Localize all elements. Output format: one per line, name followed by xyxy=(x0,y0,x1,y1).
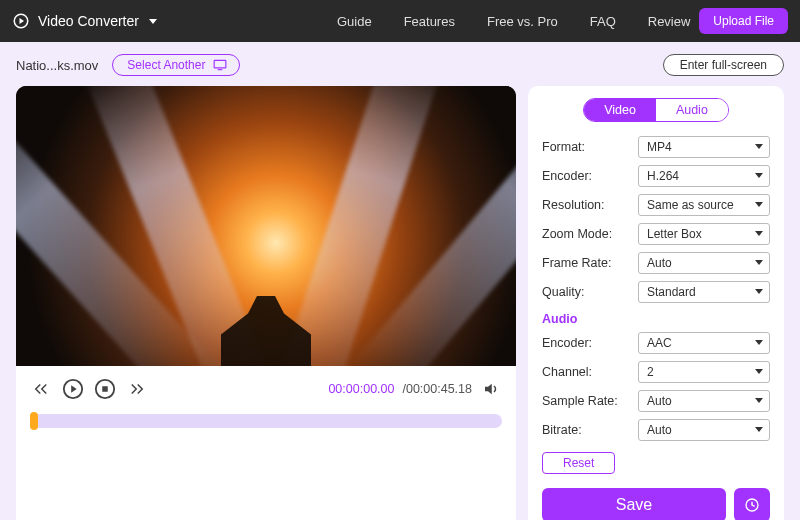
caret-down-icon xyxy=(755,231,763,236)
seek-bar[interactable] xyxy=(16,408,516,428)
volume-button[interactable] xyxy=(480,378,502,400)
top-nav: Guide Features Free vs. Pro FAQ Review xyxy=(337,14,690,29)
play-icon xyxy=(62,378,84,400)
svg-marker-1 xyxy=(20,18,25,24)
monitor-icon xyxy=(213,59,227,71)
select-resolution[interactable]: Same as source xyxy=(638,194,770,216)
seek-thumb[interactable] xyxy=(30,412,38,430)
select-sample-rate[interactable]: Auto xyxy=(638,390,770,412)
select-bitrate[interactable]: Auto xyxy=(638,419,770,441)
caret-down-icon xyxy=(755,260,763,265)
stop-button[interactable] xyxy=(94,378,116,400)
caret-down-icon xyxy=(755,427,763,432)
enter-fullscreen-button[interactable]: Enter full-screen xyxy=(663,54,784,76)
nav-review[interactable]: Review xyxy=(648,14,691,29)
caret-down-icon xyxy=(755,398,763,403)
brand-title: Video Converter xyxy=(38,13,139,29)
caret-down-icon xyxy=(755,202,763,207)
upload-file-button[interactable]: Upload File xyxy=(699,8,788,34)
audio-section-heading: Audio xyxy=(542,312,770,326)
nav-features[interactable]: Features xyxy=(404,14,455,29)
svg-marker-8 xyxy=(485,384,492,395)
caret-down-icon xyxy=(755,340,763,345)
svg-marker-5 xyxy=(71,385,77,392)
caret-down-icon xyxy=(149,19,157,24)
caret-down-icon xyxy=(755,289,763,294)
stop-icon xyxy=(94,378,116,400)
seek-track xyxy=(30,414,502,428)
save-button[interactable]: Save xyxy=(542,488,726,520)
main-area: 00:00:00.00/00:00:45.18 Video Audio Form… xyxy=(0,86,800,520)
caret-down-icon xyxy=(755,173,763,178)
select-frame-rate[interactable]: Auto xyxy=(638,252,770,274)
time-current: 00:00:00.00 xyxy=(328,382,394,396)
select-audio-encoder[interactable]: AAC xyxy=(638,332,770,354)
player-panel: 00:00:00.00/00:00:45.18 xyxy=(16,86,516,520)
caret-down-icon xyxy=(755,369,763,374)
label-zoom-mode: Zoom Mode: xyxy=(542,227,638,241)
label-channel: Channel: xyxy=(542,365,638,379)
volume-icon xyxy=(482,380,500,398)
label-video-encoder: Encoder: xyxy=(542,169,638,183)
label-bitrate: Bitrate: xyxy=(542,423,638,437)
play-button[interactable] xyxy=(62,378,84,400)
label-frame-rate: Frame Rate: xyxy=(542,256,638,270)
label-quality: Quality: xyxy=(542,285,638,299)
brand-logo-icon xyxy=(12,12,30,30)
step-forward-button[interactable] xyxy=(126,378,148,400)
step-forward-icon xyxy=(128,380,146,398)
reset-button[interactable]: Reset xyxy=(542,452,615,474)
caret-down-icon xyxy=(755,144,763,149)
label-audio-encoder: Encoder: xyxy=(542,336,638,350)
video-preview[interactable] xyxy=(16,86,516,366)
select-another-label: Select Another xyxy=(127,58,205,72)
tab-audio[interactable]: Audio xyxy=(656,99,728,121)
svg-rect-2 xyxy=(215,60,227,68)
step-back-icon xyxy=(32,380,50,398)
tab-video[interactable]: Video xyxy=(584,99,656,121)
brand[interactable]: Video Converter xyxy=(12,12,157,30)
nav-faq[interactable]: FAQ xyxy=(590,14,616,29)
label-sample-rate: Sample Rate: xyxy=(542,394,638,408)
subheader: Natio...ks.mov Select Another Enter full… xyxy=(0,42,800,86)
time-display: 00:00:00.00/00:00:45.18 xyxy=(328,378,502,400)
nav-guide[interactable]: Guide xyxy=(337,14,372,29)
app-header: Video Converter Guide Features Free vs. … xyxy=(0,0,800,42)
nav-freepro[interactable]: Free vs. Pro xyxy=(487,14,558,29)
settings-panel: Video Audio Format:MP4 Encoder:H.264 Res… xyxy=(528,86,784,520)
select-format[interactable]: MP4 xyxy=(638,136,770,158)
select-another-button[interactable]: Select Another xyxy=(112,54,240,76)
select-zoom-mode[interactable]: Letter Box xyxy=(638,223,770,245)
svg-rect-7 xyxy=(102,386,108,392)
time-duration: 00:00:45.18 xyxy=(406,382,472,396)
label-resolution: Resolution: xyxy=(542,198,638,212)
select-quality[interactable]: Standard xyxy=(638,281,770,303)
settings-tabs: Video Audio xyxy=(583,98,729,122)
clock-icon xyxy=(744,497,760,513)
current-filename: Natio...ks.mov xyxy=(16,58,98,73)
select-video-encoder[interactable]: H.264 xyxy=(638,165,770,187)
step-back-button[interactable] xyxy=(30,378,52,400)
select-channel[interactable]: 2 xyxy=(638,361,770,383)
label-format: Format: xyxy=(542,140,638,154)
player-controls: 00:00:00.00/00:00:45.18 xyxy=(16,366,516,408)
schedule-button[interactable] xyxy=(734,488,770,520)
